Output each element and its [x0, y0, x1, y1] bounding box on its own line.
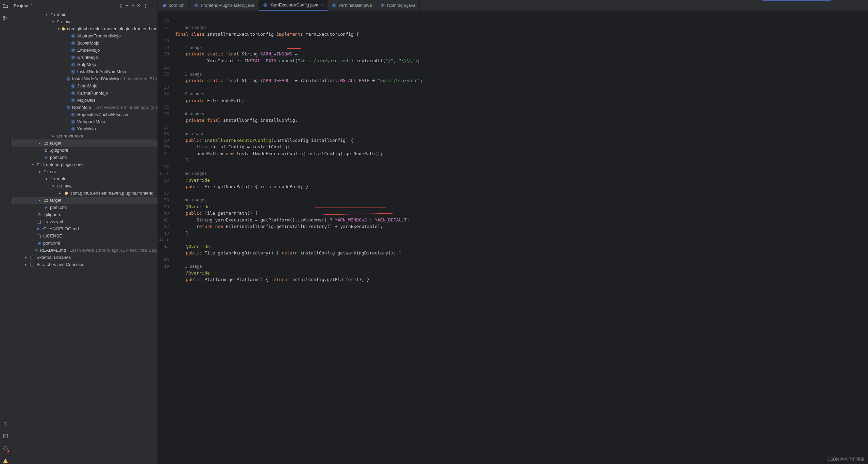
tree-item[interactable]: mpom.xml — [11, 154, 157, 161]
structure-tool-icon[interactable] — [2, 15, 9, 22]
hide-icon[interactable]: — — [150, 3, 155, 8]
class-icon: C — [70, 83, 76, 89]
tree-item[interactable]: CGruntMojo — [11, 54, 157, 61]
tree-item[interactable]: CYarnMojo — [11, 125, 157, 132]
folder-icon — [43, 140, 49, 146]
code-area[interactable]: no usagesfinal class InstallYarnExecutor… — [173, 11, 868, 464]
tree-item[interactable]: ⊘.gitignore — [11, 147, 157, 154]
tree-item[interactable]: CJspmMojo — [11, 82, 157, 89]
tree-item-label: .travis.yml — [43, 219, 63, 224]
tree-item[interactable]: mpom.xml — [11, 204, 157, 211]
usage-hint: 1 usage — [175, 45, 202, 50]
chevron-icon[interactable]: ▾ — [37, 170, 42, 173]
tab-label: NpmMojo.java — [387, 3, 415, 8]
expand-all-icon[interactable]: ✦ — [125, 3, 129, 8]
editor-tab[interactable]: CFrontendPluginFactory.java — [190, 0, 259, 11]
chevron-icon[interactable]: ▸ — [51, 134, 55, 138]
class-icon: C — [70, 126, 76, 132]
tree-item[interactable]: ⊘.gitignore — [11, 211, 157, 218]
tree-item[interactable]: ▾java — [11, 182, 157, 189]
close-tab-icon[interactable]: × — [320, 2, 323, 7]
chevron-icon[interactable]: ▾ — [44, 177, 49, 181]
chevron-icon[interactable]: ▸ — [24, 255, 28, 259]
svg-rect-36 — [31, 263, 34, 266]
tree-item[interactable]: ▾java — [11, 18, 157, 25]
terminal-tool-icon[interactable] — [2, 433, 9, 440]
svg-rect-1 — [3, 19, 4, 20]
editor-tab[interactable]: CNpmMojo.java — [376, 0, 420, 11]
collapse-all-icon[interactable]: ÷ — [132, 3, 134, 8]
svg-text:C: C — [72, 49, 74, 52]
tree-item[interactable]: ▸target — [11, 139, 157, 147]
svg-rect-3 — [3, 434, 7, 438]
project-chevron-icon[interactable]: ˅ — [31, 3, 33, 8]
project-tool-icon[interactable] — [2, 3, 9, 10]
tree-item[interactable]: ▾main — [11, 11, 157, 18]
folder-icon — [57, 133, 62, 139]
more-tool-icon[interactable]: ⋯ — [2, 27, 9, 34]
tree-item[interactable]: CGulpMojo — [11, 61, 157, 68]
tree-item[interactable]: .travis.yml — [11, 218, 157, 225]
editor[interactable]: 161718192021222324252627282930313233 ▸36… — [158, 11, 868, 464]
tree-item-label: .gitignore — [43, 212, 61, 217]
tree-item[interactable]: ▸target — [11, 197, 157, 204]
class-icon: C — [70, 55, 76, 60]
chevron-icon[interactable]: ▾ — [51, 184, 55, 188]
tab-label: pom.xml — [169, 3, 185, 8]
tree-item[interactable]: ▾frontend-plugin-core — [11, 161, 157, 168]
tree-item[interactable]: ▸Scratches and Consoles — [11, 261, 157, 268]
class-icon: C — [70, 69, 76, 74]
folder-icon — [57, 183, 62, 189]
editor-tab[interactable]: CYarnExecutorConfig.java× — [259, 0, 327, 11]
tree-item[interactable]: mpom.xml — [11, 239, 157, 247]
editor-panel: mpom.xmlCFrontendPluginFactory.javaCYarn… — [158, 0, 868, 464]
md-icon: M↓ — [35, 248, 38, 253]
tree-item[interactable]: M↓README.mdLast viewed: 1 hours ago. (1 … — [11, 247, 157, 254]
tree-item-label: src — [50, 169, 56, 174]
svg-rect-0 — [3, 16, 4, 17]
tree-item[interactable]: M↓CHANGELOG.md — [11, 225, 157, 232]
text-tool-icon[interactable]: T — [2, 420, 9, 427]
tree-item[interactable]: CKarmaRunMojo — [11, 89, 157, 97]
tree-item[interactable]: ▾src — [11, 168, 157, 175]
chevron-icon[interactable]: ▸ — [24, 263, 28, 266]
editor-tab[interactable]: CYarnInstaller.java — [328, 0, 377, 11]
hint-text: Last viewed: 51 minutes — [124, 76, 157, 81]
tree-item[interactable]: CRepositoryCacheResolver — [11, 111, 157, 118]
tree-item[interactable]: CAbstractFrontendMojo — [11, 32, 157, 39]
usage-hint: no usages — [175, 171, 207, 176]
tree-item-label: BowerMojo — [77, 40, 99, 46]
editor-tab[interactable]: mpom.xml — [158, 0, 190, 11]
tree-item[interactable]: CNpmMojoLast viewed: 1 minutes ago. (2 t… — [11, 104, 157, 111]
chevron-icon[interactable]: ▾ — [58, 27, 60, 31]
tree-item[interactable]: CBowerMojo — [11, 39, 157, 47]
tree-item[interactable]: ▾main — [11, 175, 157, 182]
tree-item[interactable]: CMojoUtils — [11, 97, 157, 104]
project-title[interactable]: Project — [14, 3, 29, 8]
tree-item[interactable]: CInstallNodeAndYarnMojoLast viewed: 51 m… — [11, 75, 157, 82]
tree-item[interactable]: ▾com.github.eirslett.maven.plugins.front… — [11, 25, 157, 32]
chevron-icon[interactable]: ▸ — [37, 141, 42, 145]
project-tree[interactable]: ▾main▾java▾com.github.eirslett.maven.plu… — [11, 11, 157, 464]
tree-item-label: pom.xml — [50, 205, 67, 210]
tree-item[interactable]: ▸resources — [11, 132, 157, 139]
warning-tool-icon[interactable] — [2, 457, 9, 464]
tree-item-label: EmberMojo — [77, 48, 100, 53]
chevron-icon[interactable]: ▾ — [31, 163, 35, 166]
tree-item[interactable]: CEmberMojo — [11, 47, 157, 54]
chevron-icon[interactable]: ▾ — [51, 20, 55, 23]
tree-item[interactable]: LICENSE — [11, 232, 157, 239]
tree-item[interactable]: ▸External Libraries — [11, 254, 157, 261]
close-icon[interactable]: ✕ — [137, 3, 140, 8]
tree-item[interactable]: ▸com.github.eirslett.maven.plugins.front… — [11, 189, 157, 197]
select-opened-icon[interactable]: ◎ — [119, 3, 122, 8]
chevron-icon[interactable]: ▾ — [44, 13, 49, 16]
debug-tool-icon[interactable] — [2, 445, 9, 452]
tree-item-label: GruntMojo — [77, 55, 98, 60]
chevron-icon[interactable]: ▸ — [58, 191, 62, 195]
chevron-icon[interactable]: ▸ — [37, 198, 42, 202]
tree-item[interactable]: CInstallNodeAndNpmMojo — [11, 68, 157, 75]
more-icon[interactable]: ⋮ — [143, 3, 148, 8]
tree-item[interactable]: CWebpackMojo — [11, 118, 157, 125]
svg-text:C: C — [265, 4, 266, 6]
